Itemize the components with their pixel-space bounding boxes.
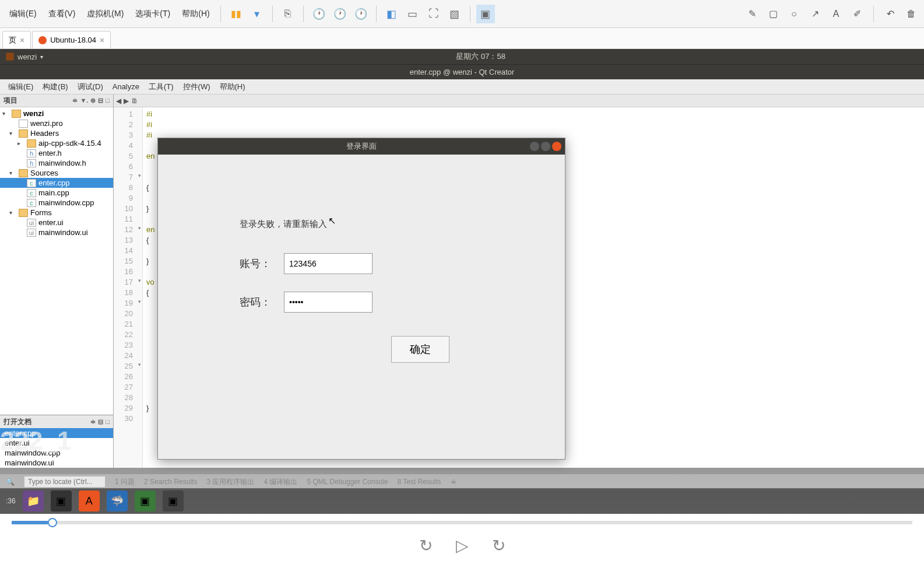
tree-sources[interactable]: ▾Sources (0, 168, 113, 178)
account-label: 账号： (240, 257, 275, 271)
output-tab-qml[interactable]: 5 QML Debugger Console (307, 478, 388, 486)
arrow-icon[interactable]: ↗ (807, 6, 823, 22)
qt-menu-analyze[interactable]: Analyze (108, 80, 144, 93)
progress-thumb[interactable] (48, 518, 57, 527)
pause-icon[interactable]: ▮▮ (227, 5, 245, 23)
tree-main-cpp[interactable]: cmain.cpp (0, 188, 113, 198)
view-unity-icon[interactable]: ▭ (403, 5, 422, 23)
play-icon[interactable]: ▷ (456, 536, 469, 555)
docs-close-icon[interactable]: □ (106, 418, 110, 426)
project-tree[interactable]: ▾wenzi wenzi.pro ▾Headers ▸aip-cpp-sdk-4… (0, 107, 113, 415)
funnel-icon[interactable]: ▼. (80, 97, 88, 104)
panel-clock[interactable]: 星期六 07：58 (456, 51, 505, 62)
view-split-icon[interactable]: ◧ (382, 5, 401, 23)
tree-mainwindow-ui[interactable]: uimainwindow.ui (0, 227, 113, 237)
vm-menu-help[interactable]: 帮助(H) (177, 5, 214, 23)
qtcreator-taskbar-icon[interactable]: ▣ (163, 491, 184, 512)
account-input[interactable] (284, 253, 373, 274)
send-keys-icon[interactable]: ⎘ (279, 5, 297, 23)
dialog-title: 登录界面 (346, 141, 377, 152)
nav-fwd-icon[interactable]: ▶ (124, 97, 129, 105)
link-icon[interactable]: ⊕ (90, 97, 96, 104)
view-stretch-icon[interactable]: ▧ (445, 5, 464, 23)
close-icon[interactable]: × (20, 36, 24, 45)
files-icon[interactable]: 📁 (23, 491, 44, 512)
text-icon[interactable]: A (828, 6, 844, 22)
replay-icon[interactable]: ↻ (419, 536, 433, 555)
qtcreator-titlebar: enter.cpp @ wenzi - Qt Creator (0, 64, 924, 79)
tree-forms[interactable]: ▾Forms (0, 208, 113, 218)
tree-mainwindow-h[interactable]: hmainwindow.h (0, 158, 113, 168)
close-icon[interactable]: × (100, 36, 104, 45)
panel-app-menu[interactable]: wenzi ▾ (6, 52, 43, 61)
app-icon[interactable]: ▣ (135, 491, 156, 512)
tree-headers[interactable]: ▾Headers (0, 128, 113, 138)
qt-menu-widgets[interactable]: 控件(W) (178, 79, 215, 94)
vmware-menubar: 编辑(E) 查看(V) 虚拟机(M) 选项卡(T) 帮助(H) ▮▮ ▾ ⎘ 🕐… (0, 0, 924, 28)
undo-icon[interactable]: ↶ (882, 6, 898, 22)
tree-sdk[interactable]: ▸aip-cpp-sdk-4.15.4 (0, 138, 113, 148)
confirm-button[interactable]: 确定 (391, 336, 449, 363)
tree-pro-file[interactable]: wenzi.pro (0, 118, 113, 128)
qt-menu-build[interactable]: 构建(B) (38, 79, 72, 94)
vm-menu-machine[interactable]: 虚拟机(M) (82, 5, 128, 23)
maximize-icon[interactable] (541, 142, 550, 151)
dialog-titlebar[interactable]: 登录界面 (158, 138, 565, 155)
qt-menu-debug[interactable]: 调试(D) (73, 79, 108, 94)
qt-menu-tools[interactable]: 工具(T) (144, 79, 178, 94)
locator-input[interactable] (24, 476, 106, 488)
minimize-icon[interactable] (530, 142, 539, 151)
snapshot-icon[interactable]: 🕐 (310, 5, 328, 23)
tree-enter-cpp[interactable]: center.cpp (0, 178, 113, 188)
snapshot-rev-icon[interactable]: 🕐 (331, 5, 349, 23)
close-icon[interactable] (552, 142, 561, 151)
dropdown-icon[interactable]: ▾ (248, 5, 266, 23)
tab-home[interactable]: 页 × (2, 31, 31, 48)
tab-ubuntu-label: Ubuntu-18.04 (50, 36, 96, 44)
tree-mainwindow-cpp[interactable]: cmainwindow.cpp (0, 198, 113, 208)
ubuntu-icon (38, 36, 47, 44)
close-panel-icon[interactable]: □ (106, 97, 110, 104)
terminal-icon[interactable]: ▣ (51, 491, 72, 512)
doc-item[interactable]: mainwindow.ui (0, 458, 113, 468)
vm-menu-tabs[interactable]: 选项卡(T) (131, 5, 175, 23)
square-icon[interactable]: ▢ (765, 6, 781, 22)
trash-icon[interactable]: 🗑 (903, 6, 919, 22)
vm-menu-view[interactable]: 查看(V) (44, 5, 80, 23)
output-tab-issues[interactable]: 1 问题 (115, 477, 135, 487)
circle-icon[interactable]: ○ (786, 6, 802, 22)
docs-sort-icon[interactable]: ≑ (90, 418, 96, 426)
view-fullscreen-icon[interactable]: ⛶ (424, 5, 443, 23)
ubuntu-software-icon[interactable]: A (79, 491, 100, 512)
forward-icon[interactable]: ↻ (492, 536, 505, 555)
qt-menu-help[interactable]: 帮助(H) (215, 79, 250, 94)
locator-bar: 🔍 1 问题 2 Search Results 3 应用程序输出 4 编译输出 … (0, 474, 924, 489)
snapshot-mgr-icon[interactable]: 🕐 (352, 5, 370, 23)
tree-root[interactable]: ▾wenzi (0, 108, 113, 118)
view-console-icon[interactable]: ▣ (476, 5, 495, 23)
output-tab-tests[interactable]: 8 Test Results (397, 478, 441, 486)
app-icon (6, 52, 14, 61)
tree-enter-h[interactable]: henter.h (0, 148, 113, 158)
qt-menu-edit[interactable]: 编辑(E) (3, 79, 38, 94)
filter-icon[interactable]: ≑ (72, 97, 78, 104)
line-gutter: 123 456 7▾89 101112▾ 131415 1617▾18 19▾2… (114, 94, 143, 468)
gnome-top-panel: wenzi ▾ 星期六 07：58 (0, 49, 924, 64)
vm-menu-edit[interactable]: 编辑(E) (5, 5, 41, 23)
output-more-icon[interactable]: ≑ (451, 478, 456, 486)
tree-enter-ui[interactable]: uienter.ui (0, 218, 113, 227)
video-progress[interactable] (12, 521, 912, 524)
docs-split-icon[interactable]: ⊟ (98, 418, 103, 426)
project-panel-title: 项目 (3, 96, 17, 106)
split-icon[interactable]: ⊟ (98, 97, 103, 104)
tab-ubuntu[interactable]: Ubuntu-18.04 × (32, 31, 111, 48)
output-tab-search[interactable]: 2 Search Results (144, 478, 197, 486)
output-tab-compile[interactable]: 4 编译输出 (264, 477, 297, 487)
output-tab-appout[interactable]: 3 应用程序输出 (206, 477, 254, 487)
pencil-icon[interactable]: ✎ (744, 6, 760, 22)
wireshark-icon[interactable]: 🦈 (107, 491, 128, 512)
window-title: enter.cpp @ wenzi - Qt Creator (410, 68, 514, 76)
password-input[interactable] (284, 292, 373, 313)
nav-back-icon[interactable]: ◀ (116, 97, 121, 105)
highlighter-icon[interactable]: ✐ (849, 6, 865, 22)
